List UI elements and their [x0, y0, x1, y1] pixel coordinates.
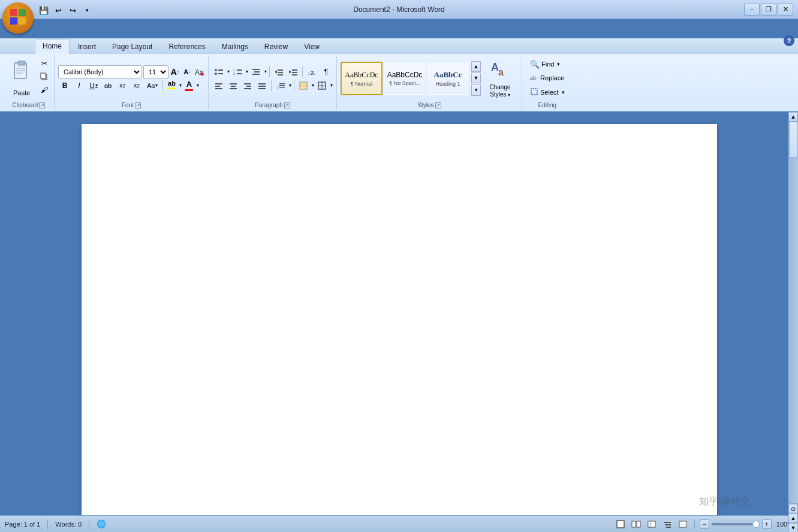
office-button[interactable]: [2, 2, 34, 34]
clear-format-button[interactable]: Aa: [194, 65, 204, 78]
style-normal[interactable]: AaBbCcDc ¶ Normal: [341, 62, 383, 95]
svg-marker-32: [289, 70, 291, 74]
font-size-select[interactable]: 11: [143, 65, 168, 78]
increase-indent-button[interactable]: [287, 65, 300, 78]
italic-button[interactable]: I: [73, 79, 86, 92]
full-screen-view-button[interactable]: [630, 519, 643, 530]
tab-review[interactable]: Review: [257, 40, 296, 54]
tab-view[interactable]: View: [296, 40, 327, 54]
copy-button[interactable]: [38, 71, 50, 83]
help-icon[interactable]: ?: [784, 35, 794, 46]
font-rows: Calibri (Body) 11 A↑ A↓ Aa B I: [58, 56, 204, 101]
document-canvas[interactable]: [0, 112, 798, 532]
change-case-button[interactable]: Aa▾: [144, 79, 160, 92]
numbering-button[interactable]: 1. 2.: [231, 65, 244, 78]
restore-button[interactable]: ❐: [761, 4, 776, 16]
clipboard-expand-icon[interactable]: ↗: [39, 102, 45, 108]
shrink-font-button[interactable]: A↓: [182, 65, 192, 78]
find-dropdown[interactable]: ▾: [557, 61, 560, 67]
select-dropdown[interactable]: ▾: [562, 89, 565, 95]
prev-page-button[interactable]: ▲: [788, 513, 798, 523]
styles-scroll-up[interactable]: ▲: [471, 61, 481, 72]
replace-button[interactable]: ab →ac Replace: [526, 71, 569, 85]
change-styles-button[interactable]: A a ChangeStyles ▾: [482, 56, 518, 101]
grow-font-button[interactable]: A↑: [170, 65, 180, 78]
language-icon[interactable]: 🌐: [97, 519, 106, 528]
font-name-select[interactable]: Calibri (Body): [58, 65, 142, 78]
minimize-button[interactable]: −: [744, 4, 760, 16]
redo-button[interactable]: ↪: [66, 4, 79, 17]
tab-references[interactable]: References: [161, 40, 213, 54]
scroll-thumb[interactable]: [789, 122, 797, 158]
save-button[interactable]: 💾: [37, 4, 50, 17]
font-expand-icon[interactable]: ↗: [135, 102, 141, 108]
styles-scroll-more[interactable]: ▾: [471, 84, 481, 96]
zoom-in-button[interactable]: +: [762, 519, 772, 529]
sort-button[interactable]: ↕Z A: [305, 65, 318, 78]
zoom-out-button[interactable]: −: [700, 519, 709, 529]
paste-button[interactable]: Paste: [6, 56, 37, 101]
zoom-slider[interactable]: [712, 521, 760, 528]
svg-rect-44: [258, 83, 266, 84]
justify-button[interactable]: [255, 79, 269, 92]
scroll-down-button[interactable]: ▼: [788, 523, 798, 532]
multilevel-dropdown[interactable]: ▾: [264, 69, 267, 74]
undo-button[interactable]: ↩: [52, 4, 65, 17]
numbering-dropdown[interactable]: ▾: [246, 69, 248, 74]
svg-rect-45: [258, 86, 266, 87]
strikethrough-button[interactable]: ab: [101, 79, 115, 92]
tab-insert[interactable]: Insert: [70, 40, 104, 54]
style-heading1[interactable]: AaBbCc Heading 1: [427, 62, 469, 95]
scroll-up-button[interactable]: ▲: [788, 112, 798, 122]
close-button[interactable]: ✕: [778, 4, 793, 16]
superscript-button[interactable]: x2: [130, 79, 143, 92]
office-logo: [9, 8, 27, 28]
select-browse-object[interactable]: ⊙: [788, 504, 798, 513]
shading-button[interactable]: [297, 79, 310, 92]
draft-view-button[interactable]: [676, 519, 689, 530]
style-no-spacing[interactable]: AaBbCcDc ¶ No Spaci...: [384, 62, 426, 95]
line-spacing-dropdown[interactable]: ▾: [289, 83, 291, 88]
align-left-button[interactable]: [212, 79, 225, 92]
outline-view-button[interactable]: [661, 519, 674, 530]
web-layout-view-button[interactable]: [645, 519, 658, 530]
highlight-color-button[interactable]: ab: [165, 79, 177, 92]
format-painter-button[interactable]: 🖌: [38, 84, 50, 96]
zoom-thumb[interactable]: [752, 521, 760, 528]
bold-button[interactable]: B: [58, 79, 71, 92]
tab-page-layout[interactable]: Page Layout: [104, 40, 160, 54]
bullets-dropdown[interactable]: ▾: [227, 69, 230, 74]
select-button[interactable]: Select ▾: [526, 86, 569, 99]
cut-button[interactable]: ✂: [38, 58, 50, 69]
show-formatting-button[interactable]: ¶: [320, 65, 333, 78]
font-color-dropdown[interactable]: ▾: [197, 83, 199, 88]
styles-scroll-down[interactable]: ▼: [471, 72, 481, 83]
svg-rect-46: [258, 88, 266, 89]
quick-access-dropdown[interactable]: ▾: [80, 4, 94, 17]
align-right-button[interactable]: [241, 79, 254, 92]
svg-rect-3: [19, 17, 26, 25]
line-spacing-button[interactable]: ↕: [274, 79, 287, 92]
highlight-dropdown[interactable]: ▾: [179, 83, 182, 88]
border-button[interactable]: [315, 79, 329, 92]
paragraph-expand-icon[interactable]: ↗: [284, 102, 290, 108]
print-layout-view-button[interactable]: [614, 519, 627, 530]
shading-dropdown[interactable]: ▾: [312, 83, 314, 88]
border-dropdown[interactable]: ▾: [330, 83, 333, 88]
window-title: Document2 - Microsoft Word: [0, 5, 798, 14]
font-color-button[interactable]: A: [183, 79, 195, 92]
bullets-button[interactable]: [212, 65, 225, 78]
svg-rect-49: [279, 87, 285, 88]
tab-mailings[interactable]: Mailings: [214, 40, 256, 54]
subscript-button[interactable]: x2: [116, 79, 129, 92]
align-center-button[interactable]: [227, 79, 240, 92]
underline-button[interactable]: U▾: [87, 79, 100, 92]
svg-rect-20: [237, 69, 242, 71]
find-button[interactable]: 🔍 Find ▾: [526, 58, 569, 71]
styles-expand-icon[interactable]: ↗: [435, 102, 441, 108]
decrease-indent-button[interactable]: [272, 65, 285, 78]
multilevel-button[interactable]: [249, 65, 263, 78]
scroll-track[interactable]: [788, 122, 798, 503]
tab-home[interactable]: Home: [35, 39, 70, 54]
document-page[interactable]: [82, 124, 717, 521]
